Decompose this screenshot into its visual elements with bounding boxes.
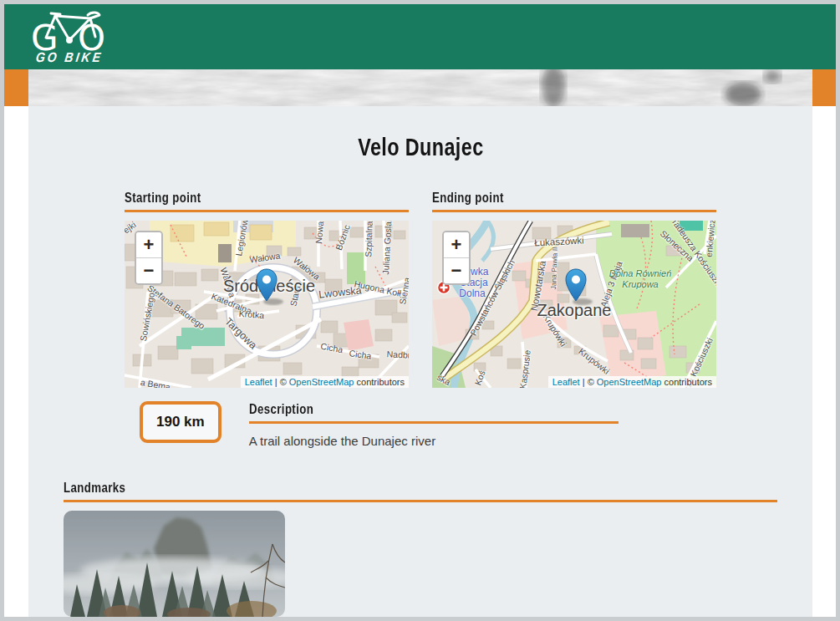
start-map[interactable]: Wałowa Wałowa Wałowa Legionów Nowa Bóżni… bbox=[125, 221, 409, 388]
description-text: A trail alongside the Dunajec river bbox=[249, 434, 619, 448]
zoom-control: + − bbox=[442, 231, 471, 285]
landmarks-section: Landmarks bbox=[64, 480, 777, 617]
accent-square-right bbox=[812, 69, 836, 106]
ending-point-section: Ending point bbox=[432, 190, 716, 388]
ending-point-heading: Ending point bbox=[432, 190, 716, 212]
map-attribution: Leaflet | © OpenStreetMap contributors bbox=[548, 376, 716, 388]
main-content: Velo Dunajec Starting point bbox=[28, 106, 812, 617]
attribution-divider: | © bbox=[580, 377, 597, 387]
zoom-in-button[interactable]: + bbox=[136, 232, 161, 257]
starting-point-heading: Starting point bbox=[125, 190, 409, 212]
zoom-control: + − bbox=[135, 231, 163, 285]
leaflet-link[interactable]: Leaflet bbox=[245, 377, 272, 387]
park-label-line2: Krupowa bbox=[622, 279, 658, 290]
map-marker-icon[interactable] bbox=[249, 267, 289, 306]
street-label: Nowa bbox=[313, 221, 325, 244]
park-label-line1: Dolna Równień bbox=[609, 268, 672, 279]
attribution-divider: | © bbox=[272, 377, 289, 387]
brand-text: GO BIKE bbox=[35, 49, 104, 64]
street-label: Krótka bbox=[238, 308, 264, 321]
osm-link[interactable]: OpenStreetMap bbox=[289, 377, 354, 387]
hero-strip bbox=[4, 69, 836, 106]
attribution-contributors: contributors bbox=[661, 377, 712, 387]
distance-badge: 190 km bbox=[140, 401, 221, 443]
page-title: Velo Dunajec bbox=[28, 133, 812, 161]
street-label: Nadbr bbox=[386, 349, 409, 359]
header: G O GO BIKE bbox=[4, 4, 836, 69]
description-section: Description A trail alongside the Dunaje… bbox=[249, 401, 619, 448]
osm-link[interactable]: OpenStreetMap bbox=[597, 377, 662, 387]
accent-square-left bbox=[4, 69, 28, 106]
zoom-out-button[interactable]: − bbox=[444, 257, 469, 283]
description-heading: Description bbox=[249, 401, 619, 424]
detail-row: 190 km Description A trail alongside the… bbox=[140, 401, 812, 448]
landmark-photo bbox=[64, 511, 285, 617]
attribution-contributors: contributors bbox=[354, 377, 405, 387]
zoom-in-button[interactable]: + bbox=[444, 232, 469, 257]
bicycle-icon: G O bbox=[29, 10, 109, 53]
street-label: Szpitalna bbox=[363, 221, 374, 257]
asphalt-texture-image bbox=[28, 69, 812, 106]
zoom-out-button[interactable]: − bbox=[136, 257, 161, 283]
landmarks-heading: Landmarks bbox=[64, 480, 777, 502]
station-label-line3: Dolna bbox=[459, 288, 485, 299]
brand-logo[interactable]: G O GO BIKE bbox=[29, 10, 109, 64]
maps-row: Starting point bbox=[125, 190, 716, 388]
end-map[interactable]: Łukaszówki Słoneczna enkiewicza Nowotars… bbox=[432, 221, 716, 388]
svg-text:G: G bbox=[31, 18, 59, 53]
map-marker-icon[interactable] bbox=[558, 267, 598, 306]
leaflet-link[interactable]: Leaflet bbox=[552, 377, 580, 387]
map-attribution: Leaflet | © OpenStreetMap contributors bbox=[241, 376, 409, 388]
browser-window: G O GO BIKE bbox=[0, 0, 840, 621]
starting-point-section: Starting point bbox=[125, 190, 409, 388]
